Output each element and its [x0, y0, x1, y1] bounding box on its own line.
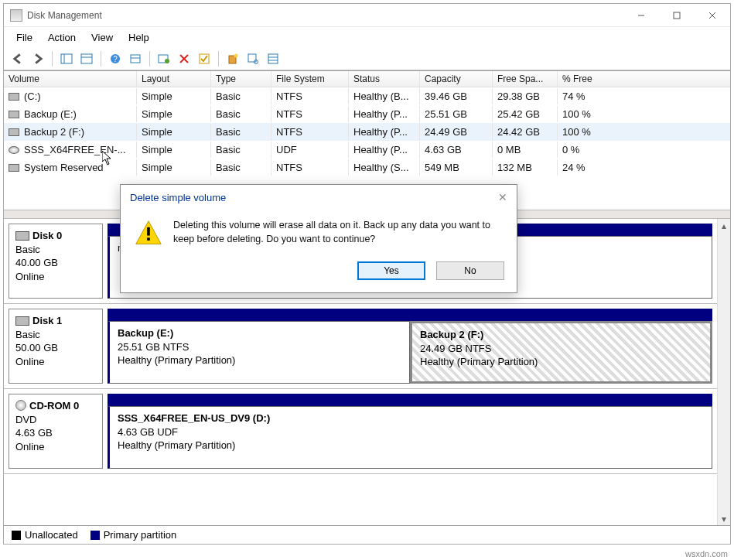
- mouse-cursor: [102, 151, 114, 166]
- new-icon[interactable]: [224, 50, 242, 67]
- volume-row[interactable]: Backup (E:)SimpleBasicNTFSHealthy (P...2…: [4, 105, 730, 123]
- scroll-down-button[interactable]: ▾: [718, 512, 730, 525]
- refresh-icon[interactable]: [126, 50, 145, 67]
- dialog-message: Deleting this volume will erase all data…: [173, 219, 503, 249]
- col-file-system[interactable]: File System: [271, 71, 349, 87]
- svg-text:?: ?: [113, 55, 118, 63]
- window-title: Disk Management: [27, 10, 623, 21]
- disk-info-panel[interactable]: Disk 0Basic40.00 GBOnline: [9, 224, 103, 299]
- warning-icon: [135, 219, 162, 249]
- svg-rect-10: [131, 55, 140, 63]
- partition[interactable]: Backup (E:)25.51 GB NTFSHealthy (Primary…: [108, 321, 410, 384]
- disk-icon: [9, 93, 19, 101]
- toolbar: ?: [4, 48, 730, 70]
- disk-icon: [9, 128, 19, 136]
- cd-drive-icon: [15, 400, 26, 411]
- legend: Unallocated Primary partition: [4, 525, 730, 544]
- legend-primary-partition: Primary partition: [90, 529, 177, 541]
- menu-file[interactable]: File: [10, 30, 39, 45]
- disk-row: CD-ROM 0DVD4.63 GBOnlineSSS_X64FREE_EN-U…: [4, 389, 717, 474]
- search-icon[interactable]: [244, 50, 262, 67]
- partition[interactable]: SSS_X64FREE_EN-US_DV9 (D:)4.63 GB UDFHea…: [108, 406, 712, 469]
- menubar: File Action View Help: [4, 27, 730, 48]
- svg-rect-26: [147, 237, 150, 241]
- svg-rect-1: [674, 12, 680, 19]
- disk-row: Disk 1Basic50.00 GBOnlineBackup (E:)25.5…: [4, 304, 717, 389]
- disk-info-panel[interactable]: Disk 1Basic50.00 GBOnline: [9, 309, 103, 384]
- svg-rect-21: [268, 54, 278, 63]
- cd-icon: [9, 146, 19, 154]
- col-free-space[interactable]: Free Spa...: [493, 71, 558, 87]
- col-capacity[interactable]: Capacity: [420, 71, 493, 87]
- delete-icon[interactable]: [175, 50, 193, 67]
- svg-point-13: [165, 59, 169, 63]
- check-icon[interactable]: [195, 50, 213, 67]
- col-percent-free[interactable]: % Free: [558, 71, 627, 87]
- svg-rect-25: [147, 227, 150, 236]
- svg-rect-4: [61, 54, 72, 63]
- help-icon[interactable]: ?: [106, 50, 125, 67]
- volume-row[interactable]: Backup 2 (F:)SimpleBasicNTFSHealthy (P..…: [4, 123, 730, 141]
- svg-rect-6: [81, 54, 92, 63]
- svg-point-18: [234, 54, 238, 58]
- dialog-no-button[interactable]: No: [436, 261, 504, 280]
- back-button[interactable]: [9, 50, 27, 67]
- vertical-scrollbar[interactable]: ▴ ▾: [717, 219, 730, 525]
- scroll-up-button[interactable]: ▴: [718, 219, 730, 232]
- dialog-yes-button[interactable]: Yes: [357, 261, 425, 280]
- col-layout[interactable]: Layout: [137, 71, 211, 87]
- forward-button[interactable]: [29, 50, 47, 67]
- properties-icon[interactable]: [77, 50, 96, 67]
- legend-unallocated: Unallocated: [12, 529, 78, 541]
- hard-disk-icon: [15, 231, 29, 241]
- titlebar: Disk Management: [4, 4, 730, 27]
- watermark: wsxdn.com: [685, 549, 728, 558]
- partition[interactable]: Backup 2 (F:)24.49 GB NTFSHealthy (Prima…: [410, 321, 712, 384]
- close-button[interactable]: [695, 5, 730, 26]
- action-icon[interactable]: [155, 50, 173, 67]
- list-icon[interactable]: [264, 50, 282, 67]
- dialog-close-button[interactable]: ✕: [498, 191, 507, 203]
- menu-view[interactable]: View: [85, 30, 119, 45]
- maximize-button[interactable]: [659, 5, 695, 26]
- disk-icon: [9, 111, 19, 118]
- col-type[interactable]: Type: [211, 71, 271, 87]
- hard-disk-icon: [15, 316, 29, 326]
- volume-list-header: Volume Layout Type File System Status Ca…: [4, 71, 730, 87]
- app-icon: [10, 9, 22, 22]
- delete-volume-dialog: Delete simple volume ✕ Deleting this vol…: [120, 184, 517, 293]
- minimize-button[interactable]: [623, 5, 659, 26]
- col-status[interactable]: Status: [349, 71, 420, 87]
- menu-action[interactable]: Action: [42, 30, 82, 45]
- col-volume[interactable]: Volume: [4, 71, 137, 87]
- volume-row[interactable]: (C:)SimpleBasicNTFSHealthy (B...39.46 GB…: [4, 87, 730, 105]
- dialog-title-text: Delete simple volume: [130, 192, 226, 203]
- disk-icon: [9, 164, 19, 172]
- disk-info-panel[interactable]: CD-ROM 0DVD4.63 GBOnline: [9, 394, 103, 469]
- show-hide-console-tree-icon[interactable]: [57, 50, 76, 67]
- dialog-titlebar: Delete simple volume ✕: [121, 185, 517, 210]
- menu-help[interactable]: Help: [122, 30, 155, 45]
